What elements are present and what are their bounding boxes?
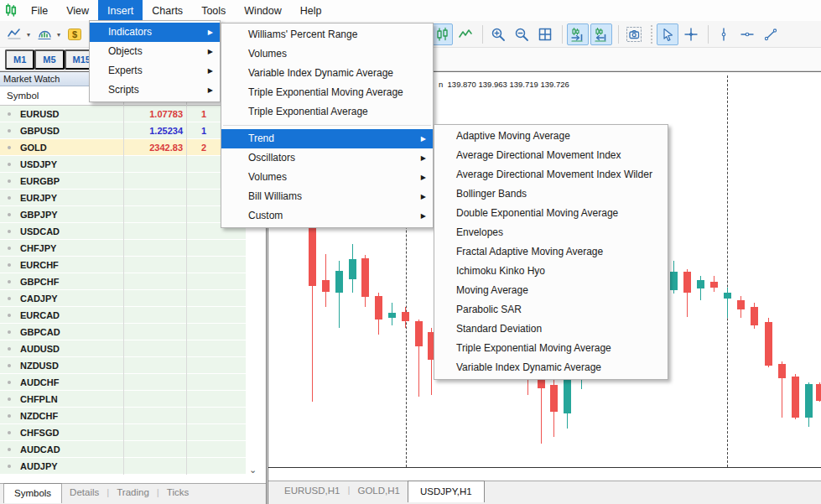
vertical-line-button[interactable] [713,23,735,45]
menu-item-parabolic-sar[interactable]: Parabolic SAR [434,300,668,320]
menu-item-adaptive-moving-average[interactable]: Adaptive Moving Average [434,127,668,146]
submenu-arrow-icon: ▶ [208,42,213,61]
menu-item-label: Bill Williams [248,190,302,202]
menu-item-williams-percent-range[interactable]: Williams' Percent Range [221,25,433,44]
submenu-arrow-icon: ▶ [421,206,426,226]
menu-tools[interactable]: Tools [192,0,235,21]
zoom-out-button[interactable] [511,23,533,45]
menu-item-bollinger-bands[interactable]: Bollinger Bands [434,184,668,204]
symbol-name: GBPCHF [20,277,59,287]
candlestick-chart-button[interactable] [431,23,453,45]
tab-symbols[interactable]: Symbols [3,483,62,503]
symbol-name: CHFJPY [20,243,56,253]
candlestick-chart-icon [434,27,449,42]
menu-item-average-directional-movement-index[interactable]: Average Directional Movement Index [434,146,668,165]
toolbar-separator [618,25,619,44]
candle-body [710,282,718,288]
menu-item-triple-exponential-moving-average[interactable]: Triple Exponential Moving Average [221,83,433,102]
symbol-bullet-icon [8,297,11,300]
menu-item-bill-williams[interactable]: Bill Williams▶ [221,187,433,206]
menu-help[interactable]: Help [291,0,331,21]
menu-item-scripts[interactable]: Scripts▶ [90,81,220,100]
symbol-name: AUDCHF [20,377,59,387]
submenu-arrow-icon: ▶ [208,23,213,42]
chart-line-type-button[interactable] [3,23,25,45]
scroll-down-icon[interactable]: ⌄ [249,465,257,475]
menu-item-double-exponential-moving-average[interactable]: Double Exponential Moving Average [434,204,668,223]
menu-item-standard-deviation[interactable]: Standard Deviation [434,320,668,339]
toolbar-right-group [431,23,783,45]
menu-item-label: Variable Index Dynamic Average [456,361,601,373]
symbol-bullet-icon [8,330,11,334]
column-divider [186,86,187,475]
crosshair-button[interactable] [680,23,702,45]
chart-tab-usdjpy-h1[interactable]: USDJPY,H1 [408,481,485,502]
candle-body [670,272,678,290]
zoom-in-icon [491,27,506,42]
tab-details[interactable]: Details [62,484,107,501]
line-chart-button[interactable] [455,23,476,45]
candle-body [805,384,813,418]
menu-item-variable-index-dynamic-average[interactable]: Variable Index Dynamic Average [221,64,433,83]
menu-item-indicators[interactable]: Indicators▶ [90,23,220,42]
tab-ticks[interactable]: Ticks [159,484,196,501]
ask-price-partial: 1 [201,126,206,136]
symbol-bullet-icon [8,163,11,166]
camera-button[interactable] [623,23,645,45]
menu-view[interactable]: View [57,0,98,21]
menu-item-trend[interactable]: Trend▶ [221,129,433,148]
submenu-arrow-icon: ▶ [421,148,426,168]
menu-window[interactable]: Window [235,0,290,21]
symbol-name: GBPCAD [20,327,60,337]
menu-item-oscillators[interactable]: Oscillators▶ [221,148,433,168]
menu-item-triple-exponential-moving-average[interactable]: Triple Exponential Moving Average [434,339,668,358]
timeframe-m1[interactable]: M1 [5,49,34,70]
menu-item-triple-exponential-average[interactable]: Triple Exponential Average [221,102,433,122]
dropdown-caret-icon[interactable]: ▾ [57,31,60,39]
menu-item-fractal-adaptive-moving-average[interactable]: Fractal Adaptive Moving Average [434,242,668,262]
menu-item-custom[interactable]: Custom▶ [221,206,433,226]
trendline-button[interactable] [760,23,782,45]
chart-indicator-button[interactable] [34,23,55,45]
menu-item-ichimoku-kinko-hyo[interactable]: Ichimoku Kinko Hyo [434,262,668,281]
symbol-bullet-icon [8,112,11,116]
menu-item-envelopes[interactable]: Envelopes [434,223,668,242]
symbol-bullet-icon [8,280,11,283]
menu-charts[interactable]: Charts [143,0,192,21]
menu-item-objects[interactable]: Objects▶ [90,42,220,61]
shift-end-button[interactable] [567,23,589,45]
symbol-bullet-icon [8,414,11,418]
candle-body [415,321,423,346]
symbol-bullet-icon [8,364,11,367]
symbol-name: NZDCHF [20,411,58,421]
menu-item-average-directional-movement-index-wilder[interactable]: Average Directional Movement Index Wilde… [434,165,668,184]
timeframe-m5[interactable]: M5 [34,49,64,70]
tile-windows-button[interactable] [534,23,556,45]
zoom-in-button[interactable] [487,23,509,45]
chart-tab-eurusd-h1[interactable]: EURUSD,H1 [277,481,347,500]
menu-file[interactable]: File [22,0,57,21]
menu-insert[interactable]: Insert [98,0,143,21]
chart-tab-gold-h1[interactable]: GOLD,H1 [350,481,408,500]
horizontal-line-button[interactable] [736,23,758,45]
cursor-button[interactable] [657,23,678,45]
dollar-button[interactable]: $ [64,23,86,45]
symbol-bullet-icon [8,196,11,200]
symbol-bullet-icon [8,448,11,451]
dropdown-caret-icon[interactable]: ▾ [27,31,30,39]
symbol-bullet-icon [8,247,11,250]
ask-price-partial: 1 [201,109,206,119]
auto-scroll-button[interactable] [590,23,612,45]
menu-item-volumes[interactable]: Volumes▶ [221,168,433,187]
tab-trading[interactable]: Trading [109,484,157,501]
submenu-arrow-icon: ▶ [421,187,426,206]
chart-line-type-icon [7,27,22,42]
symbol-name: GOLD [20,143,47,153]
menu-item-label: Fractal Adaptive Moving Average [456,246,603,257]
symbol-bullet-icon [8,263,11,267]
menu-item-experts[interactable]: Experts▶ [90,61,220,81]
symbol-name: EURCHF [20,260,59,270]
menu-item-volumes[interactable]: Volumes [221,44,433,64]
menu-item-variable-index-dynamic-average[interactable]: Variable Index Dynamic Average [434,358,668,377]
menu-item-moving-average[interactable]: Moving Average [434,281,668,300]
